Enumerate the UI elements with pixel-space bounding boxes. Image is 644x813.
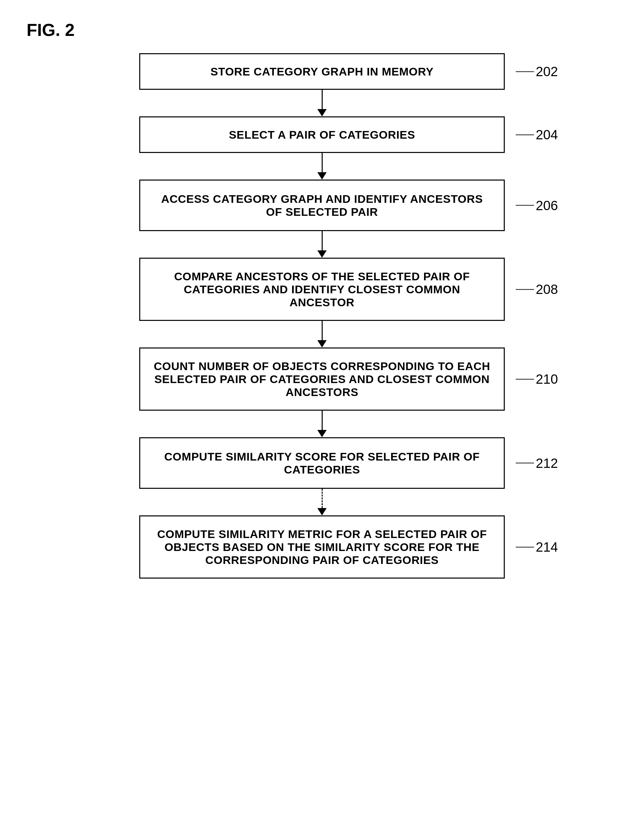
arrow-208 [0, 321, 644, 347]
arrow-212 [0, 489, 644, 515]
step-row-212: COMPUTE SIMILARITY SCORE FOR SELECTED PA… [0, 437, 644, 489]
step-box-208: COMPARE ANCESTORS OF THE SELECTED PAIR O… [139, 258, 505, 321]
solid-arrow [317, 321, 327, 347]
step-box-206: ACCESS CATEGORY GRAPH AND IDENTIFY ANCES… [139, 179, 505, 231]
arrow-head [317, 430, 327, 437]
box-wrapper-212: COMPUTE SIMILARITY SCORE FOR SELECTED PA… [139, 437, 505, 489]
box-wrapper-214: COMPUTE SIMILARITY METRIC FOR A SELECTED… [139, 515, 505, 578]
arrow-head [317, 340, 327, 347]
step-box-212: COMPUTE SIMILARITY SCORE FOR SELECTED PA… [139, 437, 505, 489]
step-number-204: 204 [536, 127, 558, 142]
step-number-206: 206 [536, 198, 558, 213]
arrow-shaft [322, 231, 323, 250]
solid-arrow [317, 90, 327, 117]
box-wrapper-202: STORE CATEGORY GRAPH IN MEMORY202 [139, 53, 505, 90]
step-box-204: SELECT A PAIR OF CATEGORIES [139, 117, 505, 153]
step-box-214: COMPUTE SIMILARITY METRIC FOR A SELECTED… [139, 515, 505, 578]
box-wrapper-204: SELECT A PAIR OF CATEGORIES204 [139, 117, 505, 153]
arrow-shaft [322, 321, 323, 340]
step-row-202: STORE CATEGORY GRAPH IN MEMORY202 [0, 53, 644, 90]
diagram-container: STORE CATEGORY GRAPH IN MEMORY202SELECT … [0, 53, 644, 578]
step-number-208: 208 [536, 282, 558, 297]
box-wrapper-210: COUNT NUMBER OF OBJECTS CORRESPONDING TO… [139, 347, 505, 411]
step-number-214: 214 [536, 540, 558, 555]
box-wrapper-206: ACCESS CATEGORY GRAPH AND IDENTIFY ANCES… [139, 179, 505, 231]
arrow-head [317, 172, 327, 179]
step-number-212: 212 [536, 456, 558, 471]
arrow-shaft [322, 489, 323, 508]
solid-arrow [317, 231, 327, 258]
step-number-210: 210 [536, 372, 558, 387]
dashed-arrow [317, 489, 327, 515]
arrow-shaft [322, 90, 323, 109]
box-wrapper-208: COMPARE ANCESTORS OF THE SELECTED PAIR O… [139, 258, 505, 321]
solid-arrow [317, 411, 327, 437]
arrow-204 [0, 153, 644, 179]
step-box-202: STORE CATEGORY GRAPH IN MEMORY [139, 53, 505, 90]
step-box-210: COUNT NUMBER OF OBJECTS CORRESPONDING TO… [139, 347, 505, 411]
arrow-head [317, 250, 327, 258]
step-row-214: COMPUTE SIMILARITY METRIC FOR A SELECTED… [0, 515, 644, 578]
step-row-210: COUNT NUMBER OF OBJECTS CORRESPONDING TO… [0, 347, 644, 411]
arrow-210 [0, 411, 644, 437]
step-row-206: ACCESS CATEGORY GRAPH AND IDENTIFY ANCES… [0, 179, 644, 231]
arrow-202 [0, 90, 644, 117]
arrow-206 [0, 231, 644, 258]
arrow-head [317, 508, 327, 515]
step-row-208: COMPARE ANCESTORS OF THE SELECTED PAIR O… [0, 258, 644, 321]
arrow-head [317, 109, 327, 117]
step-row-204: SELECT A PAIR OF CATEGORIES204 [0, 117, 644, 153]
step-number-202: 202 [536, 64, 558, 79]
arrow-shaft [322, 153, 323, 172]
solid-arrow [317, 153, 327, 179]
figure-title: FIG. 2 [27, 20, 75, 40]
arrow-shaft [322, 411, 323, 430]
